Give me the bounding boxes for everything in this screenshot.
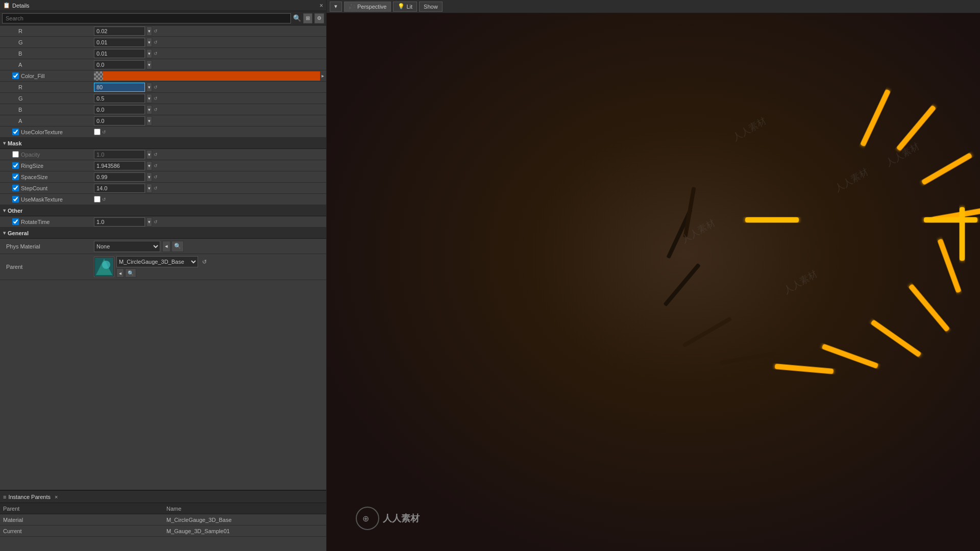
opacity-input[interactable] <box>94 150 145 159</box>
color-fill-arrow[interactable]: ▸ <box>322 73 324 79</box>
parent-back-btn[interactable]: ◂ <box>116 268 124 278</box>
rotate-time-input[interactable] <box>94 217 145 227</box>
space-size-checkbox[interactable] <box>12 173 19 180</box>
ring-size-input[interactable] <box>94 161 145 170</box>
perspective-btn[interactable]: 🎥 Perspective <box>344 2 391 12</box>
use-mask-texture-reset[interactable]: ↺ <box>102 197 106 202</box>
settings-btn[interactable]: ⚙ <box>314 13 324 23</box>
parent-reset-btn[interactable]: ↺ <box>202 259 207 265</box>
viewport-dropdown-btn[interactable]: ▾ <box>330 2 342 12</box>
instance-row-0-parent: Material <box>3 517 166 523</box>
search-input[interactable] <box>2 13 291 23</box>
parent-content: M_CircleGauge_3D_Base ↺ ◂ 🔍 <box>94 256 324 278</box>
ring-size-down-btn[interactable]: ▾ <box>146 161 152 170</box>
prop-row-b2: B ▾ ↺ <box>0 104 326 115</box>
general-section-header: ▾ General <box>0 228 326 239</box>
prop-row-a2: A ▾ <box>0 115 326 127</box>
viewport-canvas: Base pass shader without light map: 74 i… <box>327 13 980 551</box>
viewport-toolbar: ▾ 🎥 Perspective 💡 Lit Show <box>327 0 980 13</box>
other-toggle[interactable]: ▾ <box>3 208 6 213</box>
mask-label: Mask <box>8 140 22 146</box>
use-color-texture-label: UseColorTexture <box>2 129 94 135</box>
show-btn[interactable]: Show <box>419 2 443 12</box>
details-close-btn[interactable]: × <box>320 2 323 9</box>
prop-row-use-mask-texture: UseMaskTexture ↺ <box>0 194 326 205</box>
a1-down-btn[interactable]: ▾ <box>146 60 152 69</box>
b1-input[interactable] <box>94 49 145 58</box>
instance-table-row-1[interactable]: Current M_Gauge_3D_Sample01 <box>0 525 326 537</box>
parent-search-btn[interactable]: 🔍 <box>125 268 136 278</box>
a1-input[interactable] <box>94 60 145 69</box>
a2-value: ▾ <box>94 116 324 126</box>
instance-table-row-0[interactable]: Material M_CircleGauge_3D_Base <box>0 514 326 525</box>
search-icon[interactable]: 🔍 <box>293 14 301 22</box>
space-size-down-btn[interactable]: ▾ <box>146 172 152 182</box>
prop-row-r2: R ▾ ↺ <box>0 82 326 93</box>
opacity-down-btn[interactable]: ▾ <box>146 150 152 159</box>
g2-down-btn[interactable]: ▾ <box>146 94 152 103</box>
use-mask-texture-toggle[interactable] <box>94 196 101 203</box>
use-color-texture-checkbox[interactable] <box>12 129 19 135</box>
b2-reset-btn[interactable]: ↺ <box>154 107 158 112</box>
g2-reset-btn[interactable]: ↺ <box>154 96 158 101</box>
phys-material-search-btn[interactable]: 🔍 <box>172 241 184 252</box>
r2-input[interactable] <box>94 83 145 92</box>
use-mask-texture-checkbox[interactable] <box>12 196 19 203</box>
use-color-texture-reset[interactable]: ↺ <box>102 130 106 135</box>
ring-size-reset-btn[interactable]: ↺ <box>154 163 158 168</box>
space-size-input[interactable] <box>94 172 145 182</box>
g1-label: G <box>2 39 94 45</box>
ring-size-checkbox[interactable] <box>12 162 19 169</box>
rotate-time-checkbox[interactable] <box>12 218 19 225</box>
general-toggle[interactable]: ▾ <box>3 230 6 236</box>
opacity-label: Opacity <box>2 151 94 158</box>
a2-label: A <box>2 118 94 124</box>
opacity-reset-btn[interactable]: ↺ <box>154 152 158 157</box>
phys-material-arrow-btn[interactable]: ◂ <box>162 241 170 252</box>
step-count-down-btn[interactable]: ▾ <box>146 184 152 193</box>
g2-input[interactable] <box>94 94 145 103</box>
r2-reset-btn[interactable]: ↺ <box>154 85 158 90</box>
use-color-texture-toggle[interactable] <box>94 129 101 135</box>
lit-icon: 💡 <box>398 3 405 10</box>
g1-down-btn[interactable]: ▾ <box>146 38 152 47</box>
grid-view-btn[interactable]: ⊞ <box>303 13 312 23</box>
svg-text:人人素材: 人人素材 <box>382 513 420 523</box>
space-size-reset-btn[interactable]: ↺ <box>154 174 158 180</box>
details-title: Details <box>12 3 317 9</box>
viewport-svg: 人人素材 人人素材 人人素材 人人素材 人人素材 ⊕ 人人素材 <box>327 13 980 551</box>
instance-parents-close-btn[interactable]: × <box>55 494 58 500</box>
r2-down-btn[interactable]: ▾ <box>146 83 152 92</box>
step-count-checkbox[interactable] <box>12 185 19 191</box>
opacity-checkbox[interactable] <box>12 151 19 158</box>
perspective-icon: 🎥 <box>349 3 356 10</box>
a2-input[interactable] <box>94 116 145 126</box>
g1-input[interactable] <box>94 38 145 47</box>
parent-dropdown-wrap: M_CircleGauge_3D_Base ↺ ◂ 🔍 <box>116 256 324 278</box>
b2-value: ▾ ↺ <box>94 105 324 114</box>
parent-thumbnail[interactable] <box>94 257 114 277</box>
parent-material-dropdown[interactable]: M_CircleGauge_3D_Base <box>116 256 198 267</box>
r1-down-btn[interactable]: ▾ <box>146 27 152 36</box>
color-fill-swatch[interactable] <box>94 71 320 81</box>
b1-down-btn[interactable]: ▾ <box>146 49 152 58</box>
r1-input[interactable] <box>94 27 145 36</box>
rotate-time-reset-btn[interactable]: ↺ <box>154 219 158 224</box>
color-fill-checkbox[interactable] <box>12 72 19 79</box>
step-count-reset-btn[interactable]: ↺ <box>154 186 158 191</box>
r1-reset-btn[interactable]: ↺ <box>154 29 158 34</box>
lit-label: Lit <box>406 4 412 10</box>
lit-btn[interactable]: 💡 Lit <box>393 2 417 12</box>
b1-reset-btn[interactable]: ↺ <box>154 51 158 56</box>
rotate-time-down-btn[interactable]: ▾ <box>146 217 152 227</box>
g1-reset-btn[interactable]: ↺ <box>154 40 158 45</box>
b2-down-btn[interactable]: ▾ <box>146 105 152 114</box>
phys-material-buttons: ◂ 🔍 <box>162 241 184 252</box>
phys-material-dropdown[interactable]: None <box>94 241 160 252</box>
b1-value: ▾ ↺ <box>94 49 324 58</box>
step-count-input[interactable] <box>94 184 145 193</box>
ring-size-label: RingSize <box>2 162 94 169</box>
mask-toggle[interactable]: ▾ <box>3 140 6 146</box>
b2-input[interactable] <box>94 105 145 114</box>
a2-down-btn[interactable]: ▾ <box>146 116 152 126</box>
